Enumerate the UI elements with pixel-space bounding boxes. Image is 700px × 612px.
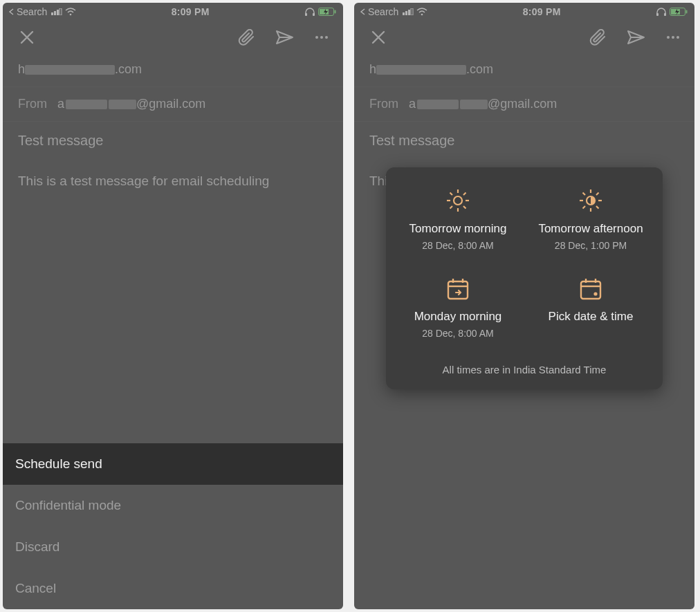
half-sun-icon bbox=[531, 187, 650, 214]
attachment-icon[interactable] bbox=[589, 29, 607, 46]
schedule-option-title: Tomorrow morning bbox=[398, 221, 517, 237]
svg-rect-15 bbox=[408, 10, 410, 15]
schedule-option-subtitle: 28 Dec, 8:00 AM bbox=[398, 240, 517, 251]
battery-icon bbox=[670, 8, 688, 16]
sun-icon bbox=[398, 187, 517, 214]
svg-rect-6 bbox=[313, 13, 315, 16]
svg-rect-28 bbox=[448, 281, 468, 299]
headphones-icon bbox=[656, 8, 667, 16]
from-prefix: a bbox=[409, 97, 416, 111]
battery-icon bbox=[318, 8, 336, 16]
svg-point-25 bbox=[676, 36, 679, 39]
schedule-option-title: Monday morning bbox=[398, 309, 517, 325]
status-time: 8:09 PM bbox=[76, 6, 304, 17]
schedule-option-pick-date-time[interactable]: Pick date & time bbox=[527, 276, 654, 339]
to-prefix: h bbox=[369, 62, 376, 76]
to-field[interactable]: h.com bbox=[3, 53, 343, 87]
svg-point-23 bbox=[667, 36, 670, 39]
compose-toolbar bbox=[3, 19, 343, 53]
svg-rect-13 bbox=[403, 12, 405, 15]
headphones-icon bbox=[304, 8, 315, 16]
menu-discard[interactable]: Discard bbox=[3, 526, 343, 568]
attachment-icon[interactable] bbox=[238, 29, 256, 46]
status-bar: Search 8:09 PM bbox=[3, 3, 343, 19]
menu-confidential-mode[interactable]: Confidential mode bbox=[3, 485, 343, 526]
schedule-option-tomorrow-morning[interactable]: Tomorrow morning 28 Dec, 8:00 AM bbox=[394, 187, 522, 251]
svg-point-4 bbox=[70, 14, 72, 16]
calendar-icon bbox=[531, 276, 650, 302]
subject-field[interactable]: Test message bbox=[354, 122, 694, 160]
svg-rect-19 bbox=[664, 13, 666, 16]
screenshot-right: Search 8:09 PM bbox=[354, 3, 694, 609]
back-app-label[interactable]: Search bbox=[368, 6, 398, 17]
schedule-option-subtitle: 28 Dec, 8:00 AM bbox=[398, 328, 517, 339]
svg-rect-29 bbox=[581, 281, 600, 299]
to-suffix: .com bbox=[466, 62, 493, 76]
schedule-option-title: Pick date & time bbox=[531, 309, 650, 325]
to-suffix: .com bbox=[115, 62, 142, 76]
overflow-menu: Schedule send Confidential mode Discard … bbox=[3, 443, 343, 609]
redacted-text bbox=[417, 100, 459, 109]
svg-rect-1 bbox=[54, 11, 56, 15]
redacted-text bbox=[460, 100, 488, 109]
schedule-option-tomorrow-afternoon[interactable]: Tomorrow afternoon 28 Dec, 1:00 PM bbox=[527, 187, 654, 251]
svg-point-26 bbox=[454, 196, 462, 205]
close-icon[interactable] bbox=[371, 30, 386, 45]
back-caret-icon bbox=[360, 8, 365, 15]
more-icon[interactable] bbox=[314, 30, 329, 45]
status-bar: Search 8:09 PM bbox=[354, 3, 694, 19]
from-label: From bbox=[18, 97, 47, 111]
svg-rect-5 bbox=[305, 13, 307, 16]
close-icon[interactable] bbox=[19, 30, 35, 45]
svg-rect-18 bbox=[656, 13, 658, 16]
redacted-text bbox=[109, 100, 136, 109]
calendar-next-icon bbox=[398, 276, 517, 302]
svg-rect-2 bbox=[57, 10, 59, 15]
subject-field[interactable]: Test message bbox=[3, 122, 343, 160]
svg-rect-3 bbox=[59, 8, 62, 15]
redacted-text bbox=[66, 100, 107, 109]
cellular-icon bbox=[51, 8, 62, 15]
schedule-timezone-note: All times are in India Standard Time bbox=[394, 364, 654, 375]
schedule-send-dialog: Tomorrow morning 28 Dec, 8:00 AM Tomorro… bbox=[386, 167, 663, 389]
svg-point-11 bbox=[320, 36, 323, 39]
svg-rect-9 bbox=[335, 10, 336, 14]
from-field[interactable]: From a@gmail.com bbox=[354, 87, 694, 122]
menu-cancel[interactable]: Cancel bbox=[3, 568, 343, 609]
redacted-text bbox=[25, 65, 115, 75]
svg-rect-22 bbox=[686, 10, 688, 14]
schedule-option-title: Tomorrow afternoon bbox=[531, 221, 650, 237]
compose-toolbar bbox=[354, 19, 694, 53]
from-label: From bbox=[369, 97, 398, 111]
svg-point-24 bbox=[672, 36, 674, 39]
from-suffix: @gmail.com bbox=[488, 97, 557, 111]
from-suffix: @gmail.com bbox=[136, 97, 205, 111]
schedule-option-monday-morning[interactable]: Monday morning 28 Dec, 8:00 AM bbox=[394, 276, 522, 339]
send-icon[interactable] bbox=[627, 29, 646, 46]
cellular-icon bbox=[403, 8, 414, 15]
svg-point-12 bbox=[325, 36, 328, 39]
to-field[interactable]: h.com bbox=[354, 53, 694, 87]
svg-point-30 bbox=[593, 292, 597, 295]
from-prefix: a bbox=[57, 97, 64, 111]
more-icon[interactable] bbox=[665, 30, 681, 45]
back-caret-icon bbox=[8, 8, 14, 15]
redacted-text bbox=[376, 65, 466, 75]
svg-rect-16 bbox=[411, 8, 413, 15]
wifi-icon bbox=[416, 8, 427, 16]
svg-rect-14 bbox=[405, 11, 407, 15]
wifi-icon bbox=[65, 8, 76, 16]
send-icon[interactable] bbox=[275, 29, 295, 46]
back-app-label[interactable]: Search bbox=[17, 6, 47, 17]
svg-point-17 bbox=[421, 14, 423, 16]
from-field[interactable]: From a@gmail.com bbox=[3, 87, 343, 122]
body-field[interactable]: This is a test message for email schedul… bbox=[3, 160, 343, 203]
schedule-option-subtitle: 28 Dec, 1:00 PM bbox=[531, 240, 650, 251]
menu-schedule-send[interactable]: Schedule send bbox=[3, 443, 343, 485]
svg-rect-0 bbox=[51, 12, 53, 15]
svg-point-10 bbox=[315, 36, 318, 39]
screenshot-left: Search 8:09 PM bbox=[3, 3, 343, 609]
to-prefix: h bbox=[18, 62, 25, 76]
status-time: 8:09 PM bbox=[427, 6, 656, 17]
